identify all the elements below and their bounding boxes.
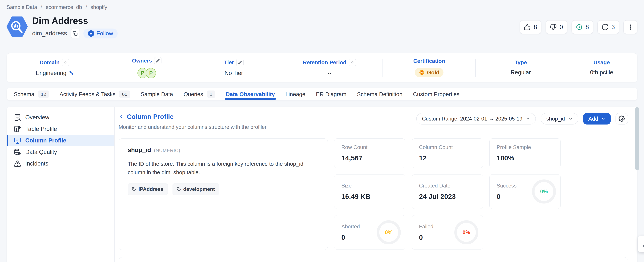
downvote-count: 0 [560, 24, 563, 31]
tab-schema[interactable]: Schema 12 [14, 88, 49, 101]
column-detail-card: shop_id (NUMERIC) The ID of the store. T… [118, 138, 328, 250]
stat-created-date: Created Date 24 Jul 2023 [412, 174, 483, 209]
certification-label: Certification [413, 58, 445, 64]
column-profile-main: Column Profile Monitor and understand yo… [115, 107, 637, 262]
watchers-count: 8 [586, 24, 589, 31]
info-tier: Tier No Tier [192, 53, 276, 82]
info-domain: Domain Engineering [7, 53, 102, 82]
stat-size: Size 16.49 KB [334, 174, 406, 209]
sidebar-item-overview[interactable]: Overview [7, 112, 114, 123]
version-count: 3 [611, 24, 615, 31]
chevron-down-icon [601, 117, 606, 121]
info-type: Type Regular [476, 53, 566, 82]
tag-chip[interactable]: development [172, 183, 219, 195]
failed-percent-ring: 0% [454, 220, 478, 244]
tab-badge: 1 [207, 91, 215, 98]
column-name: shop_id [128, 147, 151, 153]
overview-icon [14, 114, 21, 121]
tab-custom-properties[interactable]: Custom Properties [413, 88, 460, 101]
downvote-button[interactable]: 0 [546, 20, 567, 34]
usage-value: 0th pctile [590, 69, 613, 76]
upvote-button[interactable]: 8 [520, 20, 542, 34]
column-select-dropdown[interactable]: shop_id [540, 113, 578, 125]
tag-icon [132, 187, 136, 191]
data-quality-icon [14, 148, 21, 156]
info-retention-period: Retention Period -- [276, 53, 383, 82]
breadcrumb-separator: / [41, 4, 42, 10]
version-button[interactable]: 3 [598, 20, 619, 34]
stat-success: Success 0 0% [490, 174, 560, 209]
pencil-icon [64, 61, 68, 64]
gold-medal-icon [419, 70, 425, 75]
upvote-count: 8 [534, 24, 537, 31]
owners-label: Owners [132, 58, 152, 64]
thumbs-up-icon [524, 24, 531, 31]
date-range-dropdown[interactable]: Custom Range: 2024-02-01 → 2025-05-19 [416, 113, 536, 125]
chevron-down-icon [526, 117, 530, 121]
record-dot-icon [576, 24, 582, 31]
add-button[interactable]: Add [583, 113, 611, 125]
edit-owners-button[interactable] [154, 57, 162, 64]
copy-icon [73, 31, 78, 36]
table-service-icon [6, 16, 28, 37]
sidebar-item-column-profile[interactable]: Column Profile [7, 135, 114, 146]
stat-row-count: Row Count 14,567 [334, 138, 406, 168]
watchers-button[interactable]: 8 [572, 20, 593, 34]
type-value: Regular [511, 69, 531, 76]
tab-queries[interactable]: Queries 1 [184, 88, 215, 101]
tab-activity-feeds[interactable]: Activity Feeds & Tasks 60 [60, 88, 130, 101]
tab-badge: 12 [38, 91, 49, 98]
edit-domain-button[interactable] [62, 59, 69, 66]
page-title: Dim Address [32, 16, 118, 26]
copy-button[interactable] [70, 29, 80, 38]
sidebar-item-incidents[interactable]: Incidents [7, 158, 114, 169]
certification-value: Gold [427, 69, 439, 76]
floating-edit-button[interactable] [638, 235, 644, 252]
tab-data-observability[interactable]: Data Observability [226, 88, 275, 101]
version-history-icon [602, 24, 608, 31]
pencil-icon [350, 61, 354, 64]
settings-button[interactable] [616, 113, 628, 125]
certification-badge: Gold [415, 68, 444, 77]
sidebar-item-data-quality[interactable]: Data Quality [7, 147, 114, 157]
tab-sample-data[interactable]: Sample Data [141, 88, 173, 101]
edit-retention-button[interactable] [349, 59, 356, 66]
follow-button[interactable]: ★ Follow [84, 29, 118, 39]
section-subtitle: Monitor and understand your columns stru… [118, 124, 266, 130]
stat-aborted: Aborted 0 0% [334, 215, 406, 250]
tag-icon [177, 187, 181, 191]
info-certification: Certification Gold [383, 53, 476, 82]
tab-lineage[interactable]: Lineage [286, 88, 306, 101]
pencil-icon [238, 61, 242, 64]
breadcrumb-separator: / [86, 4, 87, 10]
tab-schema-definition[interactable]: Schema Definition [357, 88, 402, 101]
gear-icon [618, 116, 625, 122]
breadcrumb-item-schema[interactable]: shopify [90, 4, 108, 10]
edit-tier-button[interactable] [236, 59, 244, 66]
header-actions: 8 0 8 3 [520, 20, 638, 34]
success-percent-ring: 0% [532, 179, 556, 203]
more-actions-button[interactable] [623, 20, 638, 34]
vertical-scrollbar[interactable] [635, 107, 639, 170]
breadcrumb-item-database[interactable]: ecommerce_db [46, 4, 82, 10]
entity-header: Dim Address dim_address ★ Follow [6, 16, 638, 39]
back-to-profile-button[interactable]: Column Profile [118, 113, 266, 121]
tag-chip[interactable]: IPAddress [128, 183, 168, 195]
info-owners: Owners P P [102, 53, 192, 82]
column-profile-icon [14, 137, 21, 144]
avatar[interactable]: P [146, 68, 156, 78]
column-data-type: (NUMERIC) [154, 148, 180, 153]
domain-label: Domain [40, 59, 60, 66]
chevron-left-icon [118, 114, 124, 119]
tier-value: No Tier [224, 70, 243, 76]
domain-value[interactable]: Engineering [36, 70, 73, 76]
sidebar-item-table-profile[interactable]: Table Profile [7, 124, 114, 134]
pencil-icon [642, 240, 644, 247]
breadcrumb-item-service[interactable]: Sample Data [6, 4, 37, 10]
aborted-percent-ring: 0% [377, 220, 401, 244]
tab-er-diagram[interactable]: ER Diagram [316, 88, 346, 101]
breadcrumb: Sample Data / ecommerce_db / shopify [6, 4, 638, 10]
section-title: Column Profile [127, 113, 174, 121]
entity-tabs: Schema 12 Activity Feeds & Tasks 60 Samp… [6, 88, 638, 101]
domain-hierarchy-icon [68, 71, 73, 76]
